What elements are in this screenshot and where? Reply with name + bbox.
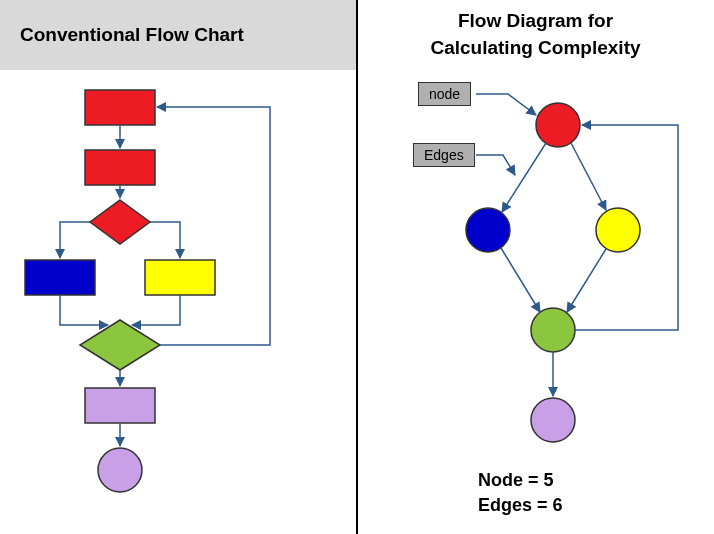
node-blue bbox=[466, 208, 510, 252]
edge-yellow-green bbox=[567, 249, 606, 312]
summary-node-text: Node = 5 bbox=[478, 470, 554, 491]
legend-node-label: node bbox=[429, 86, 460, 102]
edge-red-blue bbox=[502, 143, 546, 212]
edge-blue-green bbox=[501, 248, 540, 312]
legend-edges-box: Edges bbox=[413, 143, 475, 167]
arrow-blue-green bbox=[60, 295, 108, 325]
node-yellow bbox=[596, 208, 640, 252]
node-purple bbox=[531, 398, 575, 442]
diamond-green bbox=[80, 320, 160, 370]
left-flowchart-svg bbox=[0, 70, 356, 534]
diamond-red bbox=[90, 200, 150, 244]
right-flowgraph-svg bbox=[358, 70, 714, 534]
left-panel-title: Conventional Flow Chart bbox=[0, 0, 357, 70]
rect-red-1 bbox=[85, 90, 155, 125]
circle-purple bbox=[98, 448, 142, 492]
arrow-yellow-green bbox=[132, 295, 180, 325]
rect-red-2 bbox=[85, 150, 155, 185]
edge-red-yellow bbox=[571, 143, 606, 210]
legend-edges-label: Edges bbox=[424, 147, 464, 163]
arrow-diamond-yellow bbox=[150, 222, 180, 258]
legend-edges-connector bbox=[476, 155, 515, 175]
legend-node-box: node bbox=[418, 82, 471, 106]
right-title-line1: Flow Diagram for bbox=[458, 8, 613, 35]
right-panel-title: Flow Diagram for Calculating Complexity bbox=[357, 0, 714, 70]
right-title-line2: Calculating Complexity bbox=[430, 35, 640, 62]
rect-blue bbox=[25, 260, 95, 295]
arrow-loop-back bbox=[157, 107, 270, 345]
left-title-text: Conventional Flow Chart bbox=[20, 24, 244, 46]
node-red bbox=[536, 103, 580, 147]
node-green bbox=[531, 308, 575, 352]
rect-yellow bbox=[145, 260, 215, 295]
legend-node-connector bbox=[476, 94, 536, 115]
arrow-diamond-blue bbox=[60, 222, 90, 258]
summary-edges-text: Edges = 6 bbox=[478, 495, 563, 516]
right-diagram-canvas: node Edges Node = 5 Edges = 6 bbox=[358, 70, 714, 534]
left-diagram-canvas bbox=[0, 70, 356, 534]
rect-purple bbox=[85, 388, 155, 423]
